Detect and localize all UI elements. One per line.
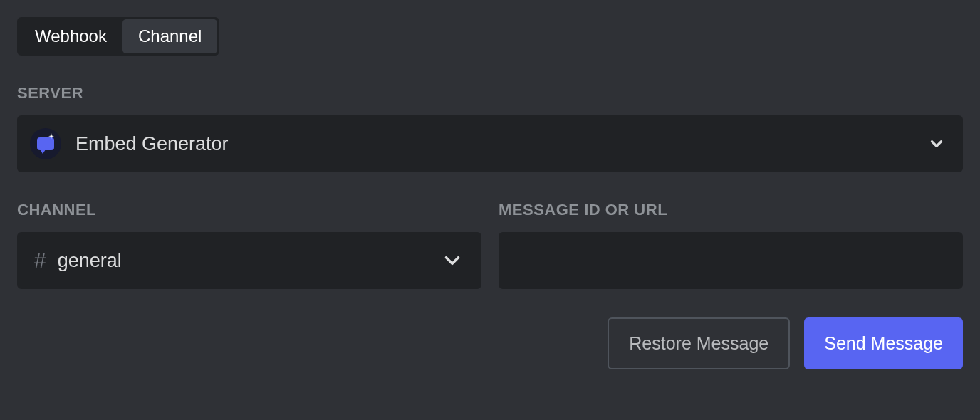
send-message-button[interactable]: Send Message <box>804 317 963 369</box>
tab-webhook[interactable]: Webhook <box>19 19 123 53</box>
server-section: SERVER Embed Generator <box>17 84 963 172</box>
destination-tab-group: Webhook Channel <box>17 17 219 56</box>
server-icon <box>30 128 61 159</box>
channel-select-content: # general <box>30 248 122 273</box>
hash-icon: # <box>34 248 46 273</box>
channel-label: CHANNEL <box>17 201 481 219</box>
message-id-label: MESSAGE ID OR URL <box>499 201 963 219</box>
server-selected-text: Embed Generator <box>75 133 229 155</box>
chevron-down-icon <box>927 135 946 153</box>
restore-message-button[interactable]: Restore Message <box>608 317 790 369</box>
channel-message-row: CHANNEL # general MESSAGE ID OR URL <box>17 201 963 289</box>
channel-selected-text: general <box>58 250 122 272</box>
message-id-input[interactable] <box>499 232 963 289</box>
channel-section: CHANNEL # general <box>17 201 481 289</box>
action-buttons: Restore Message Send Message <box>17 317 963 369</box>
server-select-content: Embed Generator <box>30 128 229 159</box>
server-label: SERVER <box>17 84 963 103</box>
tab-channel[interactable]: Channel <box>123 19 217 53</box>
message-id-section: MESSAGE ID OR URL <box>499 201 963 289</box>
sparkle-icon <box>47 132 56 141</box>
server-select[interactable]: Embed Generator <box>17 115 963 172</box>
channel-select[interactable]: # general <box>17 232 481 289</box>
chevron-down-icon <box>440 248 464 273</box>
